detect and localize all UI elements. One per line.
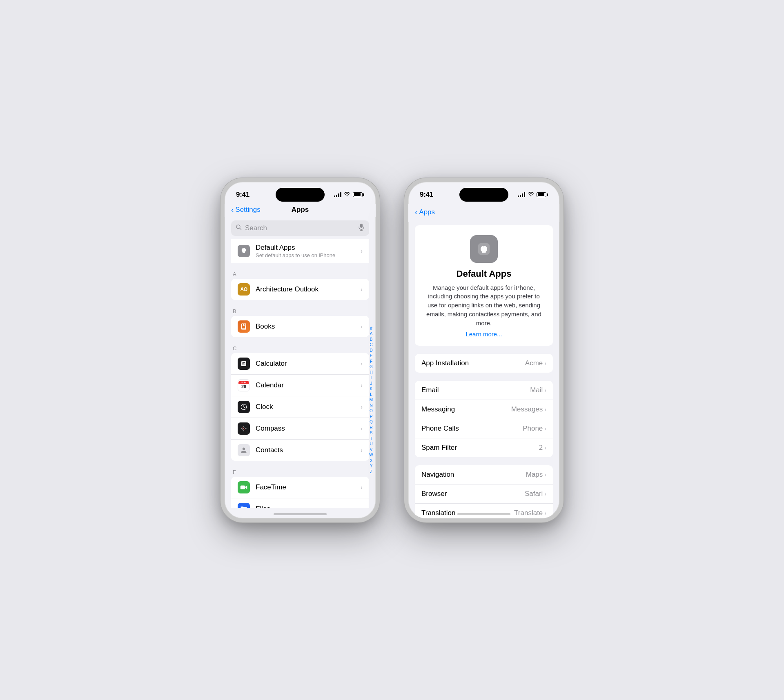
alpha-l[interactable]: L: [368, 392, 374, 398]
browser-label: Browser: [421, 490, 447, 498]
clock-name-wrap: Clock: [256, 403, 358, 411]
app-installation-value: Acme: [525, 359, 543, 367]
translation-right: Translate ›: [514, 509, 546, 517]
alpha-a[interactable]: A: [368, 331, 374, 337]
phone-calls-label: Phone Calls: [421, 424, 459, 433]
signal-bars-right: [518, 192, 525, 197]
alpha-m[interactable]: M: [368, 397, 374, 403]
alpha-g[interactable]: G: [368, 364, 374, 370]
section-label-b: B: [225, 308, 376, 316]
settings-row-translation[interactable]: Translation Translate ›: [415, 504, 553, 520]
settings-row-navigation[interactable]: Navigation Maps ›: [415, 465, 553, 484]
info-card-icon: [470, 235, 498, 263]
calculator-chevron: ›: [361, 360, 363, 367]
browser-value: Safari: [525, 490, 543, 498]
alpha-x[interactable]: X: [368, 458, 374, 464]
contacts-name-wrap: Contacts: [256, 446, 358, 454]
apps-list: A AO Architecture Outlook › B: [225, 263, 376, 508]
facetime-name-wrap: FaceTime: [256, 483, 358, 491]
alpha-s[interactable]: S: [368, 430, 374, 436]
alpha-f[interactable]: F: [368, 359, 374, 364]
app-installation-chevron: ›: [544, 360, 546, 367]
section-label-c: C: [225, 345, 376, 353]
list-item-books[interactable]: Books ›: [231, 316, 369, 337]
messaging-value: Messages: [511, 405, 543, 413]
dynamic-island-left: [276, 188, 325, 202]
default-apps-group: Default Apps Set default apps to use on …: [231, 239, 369, 263]
default-apps-subtitle: Set default apps to use on iPhone: [256, 252, 358, 258]
alpha-o[interactable]: O: [368, 408, 374, 414]
alpha-v[interactable]: V: [368, 447, 374, 453]
default-apps-item[interactable]: Default Apps Set default apps to use on …: [231, 239, 369, 263]
alphabet-index[interactable]: # A B C D E F G H I J K L M N O P Q R S …: [368, 326, 374, 474]
contacts-chevron: ›: [361, 447, 363, 453]
alpha-u[interactable]: U: [368, 441, 374, 447]
files-name: Files: [256, 505, 358, 508]
alpha-j[interactable]: J: [368, 381, 374, 387]
list-item-calendar[interactable]: SUN 28 Calendar ›: [231, 375, 369, 396]
alpha-r[interactable]: R: [368, 425, 374, 431]
alpha-w[interactable]: W: [368, 452, 374, 458]
nav-bar-right: ‹ Apps: [408, 204, 559, 222]
alpha-d[interactable]: D: [368, 348, 374, 353]
contacts-name: Contacts: [256, 446, 358, 454]
alpha-c[interactable]: C: [368, 342, 374, 348]
alpha-q[interactable]: Q: [368, 419, 374, 425]
back-button-left[interactable]: ‹ Settings: [231, 206, 261, 214]
list-item-architecture[interactable]: AO Architecture Outlook ›: [231, 279, 369, 300]
home-indicator-left: [274, 513, 327, 515]
nav-bar-left: ‹ Settings Apps: [225, 204, 376, 217]
alpha-z[interactable]: Z: [368, 469, 374, 475]
alpha-b[interactable]: B: [368, 337, 374, 342]
alpha-p[interactable]: P: [368, 414, 374, 419]
list-item-clock[interactable]: Clock ›: [231, 396, 369, 418]
list-group-b: Books ›: [231, 316, 369, 337]
list-item-compass[interactable]: Compass ›: [231, 418, 369, 440]
calendar-name-wrap: Calendar: [256, 381, 358, 389]
books-name: Books: [256, 322, 358, 331]
alpha-h[interactable]: H: [368, 370, 374, 376]
section-a: A AO Architecture Outlook ›: [225, 271, 376, 300]
phone-left: 9:41 ‹ Settings Apps: [220, 178, 380, 522]
list-item-contacts[interactable]: Contacts ›: [231, 440, 369, 461]
alpha-t[interactable]: T: [368, 436, 374, 442]
alpha-y[interactable]: Y: [368, 463, 374, 469]
navigation-chevron: ›: [544, 471, 546, 478]
compass-icon: [238, 422, 250, 435]
list-item-facetime[interactable]: FaceTime ›: [231, 477, 369, 498]
clock-icon: [238, 401, 250, 413]
settings-row-browser[interactable]: Browser Safari ›: [415, 484, 553, 504]
settings-row-phone-calls[interactable]: Phone Calls Phone ›: [415, 419, 553, 438]
facetime-icon: [238, 481, 250, 493]
settings-row-messaging[interactable]: Messaging Messages ›: [415, 400, 553, 419]
alpha-k[interactable]: K: [368, 386, 374, 392]
compass-name-wrap: Compass: [256, 424, 358, 433]
learn-more-link[interactable]: Learn more...: [466, 331, 502, 338]
settings-row-app-installation[interactable]: App Installation Acme ›: [415, 354, 553, 373]
phone-calls-value: Phone: [523, 424, 543, 433]
files-name-wrap: Files: [256, 505, 358, 508]
settings-row-email[interactable]: Email Mail ›: [415, 381, 553, 400]
navigation-label: Navigation: [421, 471, 454, 479]
search-bar[interactable]: Search: [231, 220, 369, 236]
architecture-name-wrap: Architecture Outlook: [256, 285, 358, 293]
list-item-calculator[interactable]: Calculator ›: [231, 353, 369, 375]
back-button-right[interactable]: ‹ Apps: [415, 208, 435, 216]
alpha-hash[interactable]: #: [368, 326, 374, 331]
signal-bars-left: [334, 192, 341, 197]
default-apps-name-wrap: Default Apps Set default apps to use on …: [256, 244, 358, 258]
list-group-c: Calculator › SUN 28 Calendar ›: [231, 353, 369, 461]
status-time-left: 9:41: [236, 191, 249, 199]
default-apps-chevron: ›: [361, 248, 363, 254]
alpha-e[interactable]: E: [368, 353, 374, 359]
email-label: Email: [421, 386, 439, 394]
architecture-outlook-icon: AO: [238, 283, 250, 296]
alpha-i[interactable]: I: [368, 375, 374, 381]
alpha-n[interactable]: N: [368, 403, 374, 409]
list-item-files[interactable]: Files ›: [231, 498, 369, 508]
messaging-right: Messages ›: [511, 405, 546, 413]
settings-row-spam-filter[interactable]: Spam Filter 2 ›: [415, 438, 553, 457]
app-installation-right: Acme ›: [525, 359, 546, 367]
calculator-name-wrap: Calculator: [256, 360, 358, 368]
email-right: Mail ›: [530, 386, 546, 394]
